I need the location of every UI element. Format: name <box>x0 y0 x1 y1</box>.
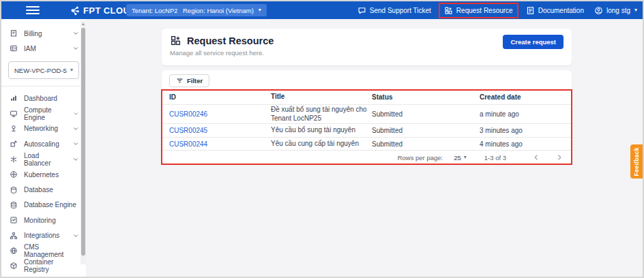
table-row: CUSR00244 Yêu cầu cung cấp tài nguyên Su… <box>162 138 572 151</box>
caret-down-icon: ▾ <box>464 155 467 160</box>
user-menu[interactable]: long stg ▾ <box>594 6 637 15</box>
dashboard-icon <box>10 94 18 102</box>
sidebar: Billing IAM NEW-VPC-POD-5 ▾ Dashboard Co… <box>1 19 86 277</box>
filter-button-label: Filter <box>187 77 203 84</box>
caret-down-icon: ▾ <box>634 7 637 13</box>
monitoring-icon <box>10 216 18 224</box>
kubernetes-icon <box>10 170 18 179</box>
created-date-cell: a minute ago <box>474 110 572 118</box>
documentation-link[interactable]: Documentation <box>526 6 584 15</box>
rows-per-page-label: Rows per page: <box>398 154 443 161</box>
region-dropdown[interactable]: Region: Hanoi (Vietnam) ▾ <box>177 4 267 16</box>
navbar-right-links: Send Support Ticket Request Resource Doc… <box>357 1 637 19</box>
iam-icon <box>10 44 18 52</box>
rows-per-page-value: 25 <box>454 154 461 161</box>
created-date-cell: 3 minutes ago <box>474 127 572 134</box>
sidebar-item-label: Monitoring <box>24 217 56 224</box>
chevron-down-icon <box>72 140 79 147</box>
request-id-link[interactable]: CUSR00245 <box>169 127 207 134</box>
load-balancer-icon <box>10 155 18 164</box>
feedback-tab[interactable]: Feedback <box>630 144 643 179</box>
sidebar-item-container-registry[interactable]: Container Registry <box>1 258 86 273</box>
create-request-button[interactable]: Create request <box>503 35 564 49</box>
sidebar-item-label: Compute Engine <box>24 106 67 121</box>
table-header-row: ID Title Status Created date <box>162 89 572 105</box>
sidebar-item-label: CMS Management <box>24 243 79 258</box>
column-header-title: Title <box>271 93 372 102</box>
database-icon <box>10 186 18 194</box>
sidebar-item-billing[interactable]: Billing <box>1 26 86 41</box>
sidebar-item-label: Dashboard <box>24 95 57 102</box>
sidebar-item-integrations[interactable]: Integrations <box>1 228 86 243</box>
sidebar-item-database-engine[interactable]: Database Engine <box>1 198 86 213</box>
top-navbar: FPT CLOUD Tenant: LocNP25 ▾ Region: Hano… <box>1 1 643 19</box>
sidebar-item-monitoring[interactable]: Monitoring <box>1 213 86 228</box>
status-cell: Submitted <box>372 127 474 134</box>
page-title: Request Resource <box>187 35 274 46</box>
rows-per-page-dropdown[interactable]: 25 ▾ <box>454 154 467 161</box>
grid-plus-icon <box>444 6 453 15</box>
vpc-selector-value: NEW-VPC-POD-5 <box>14 67 67 74</box>
next-page-icon[interactable] <box>555 153 564 161</box>
sidebar-item-autoscaling[interactable]: Autoscaling <box>1 136 86 151</box>
send-support-ticket-link[interactable]: Send Support Ticket <box>357 6 431 15</box>
table-row: CUSR00246 Đề xuất bổ sung tài nguyên cho… <box>162 105 572 124</box>
previous-page-icon[interactable] <box>532 153 540 161</box>
app-window: FPT CLOUD Tenant: LocNP25 ▾ Region: Hano… <box>0 0 644 278</box>
sidebar-item-iam[interactable]: IAM <box>1 41 86 56</box>
sidebar-item-label: Database Engine <box>24 201 76 208</box>
feedback-tab-label: Feedback <box>633 147 640 176</box>
sidebar-item-kubernetes[interactable]: Kubernetes <box>1 167 86 182</box>
sidebar-item-dashboard[interactable]: Dashboard <box>1 91 86 106</box>
status-cell: Submitted <box>372 140 474 148</box>
sidebar-item-compute-engine[interactable]: Compute Engine <box>1 106 86 121</box>
request-resource-label: Request Resource <box>456 7 513 14</box>
chevron-down-icon <box>72 156 79 163</box>
column-header-id: ID <box>162 93 271 101</box>
sidebar-item-label: Kubernetes <box>24 171 59 179</box>
column-header-status: Status <box>372 93 474 101</box>
chevron-down-icon <box>72 45 79 52</box>
sidebar-item-networking[interactable]: Networking <box>1 121 86 136</box>
request-id-link[interactable]: CUSR00246 <box>169 110 207 118</box>
request-id-link[interactable]: CUSR00244 <box>169 140 207 148</box>
filter-button[interactable]: Filter <box>169 74 209 87</box>
sidebar-item-database[interactable]: Database <box>1 182 86 197</box>
billing-icon <box>10 29 18 37</box>
sidebar-item-label: Billing <box>24 30 42 37</box>
tenant-label: Tenant: LocNP25 <box>132 7 181 14</box>
sidebar-item-load-balancer[interactable]: Load Balancer <box>1 152 86 167</box>
sidebar-item-label: Load Balancer <box>24 152 66 167</box>
caret-down-icon: ▾ <box>70 67 73 73</box>
database-engine-icon <box>10 201 18 209</box>
caret-down-icon: ▾ <box>259 7 261 13</box>
vpc-selector[interactable]: NEW-VPC-POD-5 ▾ <box>8 61 79 79</box>
sidebar-item-label: IAM <box>24 45 36 52</box>
hamburger-menu-icon[interactable] <box>26 5 40 16</box>
request-title-cell: Yêu cầu cung cấp tài nguyên <box>271 140 372 149</box>
chevron-down-icon <box>72 125 79 132</box>
scrollbar-up-arrow[interactable]: ▲ <box>80 20 86 27</box>
region-label: Region: Hanoi (Vietnam) <box>183 7 254 14</box>
networking-icon <box>10 125 18 133</box>
request-title-cell: Yêu cầu bổ sung tài nguyên <box>271 126 372 135</box>
documentation-label: Documentation <box>538 7 584 14</box>
chevron-down-icon <box>73 110 79 117</box>
chevron-down-icon <box>72 232 79 239</box>
page-subtitle: Manage all service request here. <box>170 49 564 57</box>
created-date-cell: 4 minutes ago <box>474 140 572 148</box>
scrollbar-thumb[interactable] <box>81 28 85 256</box>
send-support-ticket-label: Send Support Ticket <box>370 7 431 14</box>
status-cell: Submitted <box>372 110 474 118</box>
sidebar-item-cms-management[interactable]: CMS Management <box>1 243 86 258</box>
sidebar-item-label: Database <box>24 186 53 194</box>
chevron-down-icon <box>72 30 79 37</box>
sidebar-item-label: Networking <box>24 125 58 132</box>
integrations-icon <box>10 232 18 240</box>
column-header-created-date: Created date <box>474 93 572 101</box>
document-icon <box>526 6 535 15</box>
sidebar-scrollbar[interactable]: ▲ <box>80 20 86 264</box>
request-resource-link[interactable]: Request Resource <box>439 3 518 18</box>
user-name-label: long stg <box>606 7 630 14</box>
request-table: ID Title Status Created date CUSR00246 Đ… <box>162 89 572 164</box>
